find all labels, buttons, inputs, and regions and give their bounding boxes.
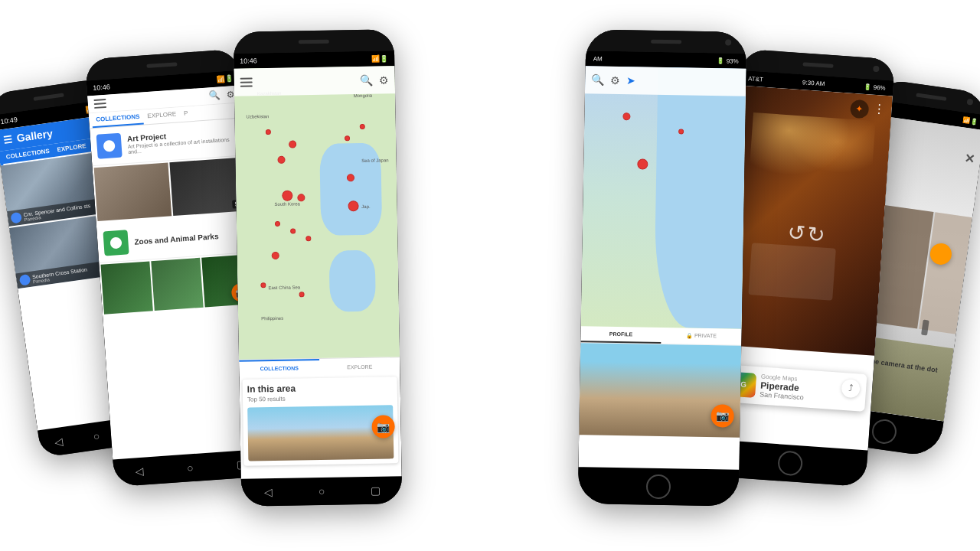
phone4-location-icon[interactable]: ⚙ [610,74,620,86]
phone-ios-map: AM 🔋 93% 🔍 ⚙ ➤ [578,29,747,507]
phone3-time: 10:46 [240,57,257,64]
sea-of-japan [319,143,382,236]
phone2-art-text: Art Project Art Project is a collection … [127,127,238,155]
phone4-home-bar [578,467,740,507]
pin-13 [272,252,279,259]
pin-3 [345,135,350,141]
phone3-area-subtitle: Top 50 results [247,393,393,403]
phone2-hamburger-icon[interactable] [93,99,106,109]
phone2-art-photo1 [94,162,172,221]
phones-row: 10:49 📶🔋 ☰ Gallery COLLECTIONS EXPLORE P… [0,0,980,551]
pin-10 [275,221,280,227]
phone4-pin-1 [622,112,630,120]
phone4-camera [725,39,731,45]
phone2-tab-explore[interactable]: EXPLORE [143,107,181,124]
phone4-tab-profile[interactable]: PROFILE [580,326,661,344]
phone5-time: 9:30 AM [802,79,825,87]
phone2-zoos-icon [103,230,129,256]
main-scene: 10:49 📶🔋 ☰ Gallery COLLECTIONS EXPLORE P… [0,0,980,551]
phone5-rotation-arrows [786,220,826,260]
phone4-time: AM [593,55,603,62]
phone3-recents-btn[interactable]: ▢ [368,483,383,498]
phone4-top [586,29,746,54]
pin-15 [299,292,305,297]
phone3-area-photo [247,405,394,461]
phone2-zoos-photo2 [151,258,203,311]
phone2-search-icon[interactable]: 🔍 [208,90,220,101]
phone4-nav-icon[interactable]: ➤ [626,74,635,86]
phone6-speaker [916,93,946,101]
phone3-home-btn[interactable]: ○ [314,484,329,499]
phone5-compass-icon[interactable]: ✦ [850,99,870,119]
phone4-map-toolbar: 🔍 ⚙ ➤ [585,66,746,96]
pin-12 [305,236,311,241]
phone5-card-text: Google Maps Piperade San Francisco [760,373,805,401]
phone3-back-btn[interactable]: ◁ [260,484,276,500]
pin-8 [297,194,305,201]
phone4-map: 🔍 ⚙ ➤ [581,66,746,329]
phone5-home-button[interactable] [777,450,803,476]
phone2-tab-p[interactable]: P [180,106,193,122]
phone2-icons: 📶🔋 [217,74,234,83]
phone6-camera [966,99,973,106]
label-east-china-sea: East China Sea [268,285,300,290]
phone5-carrier: AT&T [748,75,763,83]
phone5-more-icon[interactable]: ⋮ [873,101,886,116]
phone1-home-btn[interactable]: ○ [88,428,106,445]
label-japan: Jap. [361,204,370,209]
label-uzbekistan: Uzbekistan [246,114,269,119]
phone3-settings-icon[interactable]: ⚙ [379,73,389,86]
label-philippines: Philippines [261,316,283,321]
pin-11 [290,228,296,233]
phone4-search-icon[interactable]: 🔍 [591,73,604,86]
phone4-pin-3 [678,129,684,134]
phone5-restaurant-photo: ✦ ⋮ [722,86,893,356]
phone1-back-btn[interactable]: ◁ [50,433,67,451]
phone3-search-icon[interactable]: 🔍 [360,74,373,86]
pin-5 [277,156,285,164]
phone6-close-btn[interactable]: ✕ [963,151,975,167]
phone3-tab-collections[interactable]: COLLECTIONS [239,359,319,377]
pin-4 [360,124,365,129]
phone1-avatar1 [10,212,22,224]
phone2-zoos-title: Zoos and Animal Parks [134,232,219,246]
phone4-home-button[interactable] [646,474,671,500]
pin-2 [289,140,296,148]
phone2-art-icon [96,133,122,159]
phone4-screen: 🔍 ⚙ ➤ PROFILE 🔒 PRIVATE 📷 [578,66,746,470]
phone1-hamburger-icon[interactable]: ☰ [2,133,13,146]
phone2-home-btn[interactable]: ○ [182,460,198,476]
phone6-icons: 📶🔋 [962,116,978,126]
phone1-speaker [33,93,64,101]
phone5-camera [873,66,880,73]
phone3-tab-explore[interactable]: EXPLORE [319,357,400,375]
phone4-tab-private[interactable]: 🔒 PRIVATE [661,328,741,345]
phone5-speaker [802,62,833,68]
phone5-battery: 🔋 96% [864,83,886,91]
phone3-speaker [299,39,329,44]
pin-1 [266,129,271,135]
phone2-art-photos: 59 [92,155,249,223]
phone2-speaker [146,62,177,68]
phone6-home-button[interactable] [871,418,898,445]
phone3-hamburger[interactable] [240,77,253,86]
pin-14 [260,282,266,288]
phone2-zoos-text: Zoos and Animal Parks [134,232,219,246]
phone1-time: 10:49 [0,116,18,126]
phone2-back-btn[interactable]: ◁ [131,463,147,479]
phone5-maps-icon-letter: G [740,380,747,390]
phone5-lights [748,112,876,199]
phone2-zoos-photos: 33 📷 [99,253,255,316]
phone4-sea [653,67,746,329]
phone5-maps-card: G Google Maps Piperade San Francisco ⤴ [724,364,867,412]
phone3-map: Kazakhstan Mongolia Uzbekistan Sea of Ja… [234,66,400,360]
phone1-photo2-text: Southern Cross Station Panedia [32,266,88,284]
phone3-map-toolbar: 🔍 ⚙ [234,66,395,96]
phone-map-center: 10:46 📶🔋 Kazakhstan Mongolia Uzbekistan … [234,29,403,507]
phone4-pin-2 [637,158,648,169]
phone3-nav-bar: ◁ ○ ▢ [241,476,403,507]
phone3-bottom-tabs: COLLECTIONS EXPLORE [239,357,400,377]
phone2-zoos-photo1 [100,261,152,314]
east-china-sea [329,250,376,312]
phone1-avatar2 [19,274,31,286]
